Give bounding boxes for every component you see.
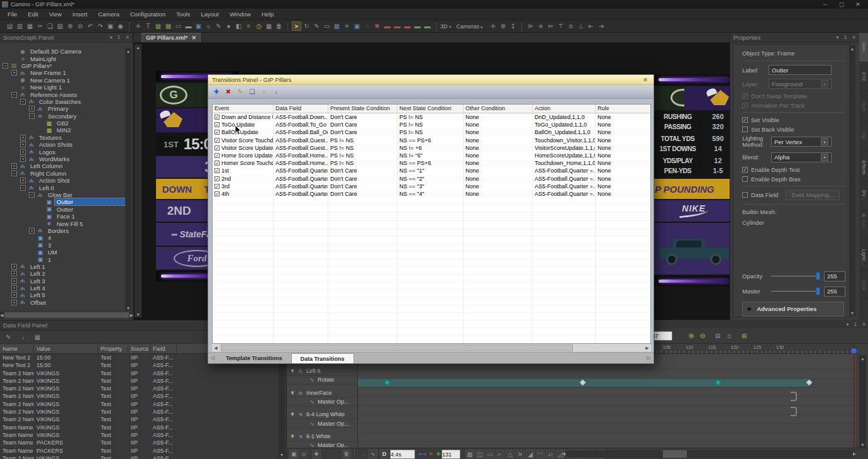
gizmo-center-icon[interactable]: ↧ — [508, 21, 518, 31]
tree-node[interactable]: + Left 2 — [0, 270, 126, 277]
table-row[interactable]: Team 2 Name VIKINGS Text IIP AS5-F... — [0, 416, 277, 423]
grid-b-icon[interactable]: ✳ — [342, 21, 352, 31]
close-icon[interactable]: ✕ — [862, 322, 866, 327]
timeline-vscrollbar[interactable]: ▲ ▼ — [859, 355, 866, 448]
table-row[interactable]: Team 2 Name VIKINGS Text IIP AS5-F... — [0, 408, 277, 416]
expander-icon[interactable]: + — [20, 178, 26, 183]
tab-close-icon[interactable]: ✕ — [191, 35, 196, 41]
dont-swap-template-checkbox[interactable]: ✓Don't Swap Template — [742, 93, 850, 99]
info-icon[interactable]: ◉ — [116, 21, 125, 31]
dialog-close-icon[interactable]: ✕ — [641, 77, 650, 83]
points-icon[interactable]: ∴ — [362, 21, 372, 31]
dialog-hscrollbar[interactable]: ◀ ▶ — [212, 344, 651, 352]
tree-node[interactable]: + Primary — [0, 105, 126, 112]
cube-icon[interactable]: ▣ — [194, 21, 203, 31]
transition-row[interactable]: ✓4th AS5-Football.Quarter Don't Care NS … — [213, 190, 650, 198]
view-mode-dropdown[interactable]: 3D ▾ — [438, 23, 454, 30]
column-header[interactable]: Rule — [596, 105, 651, 113]
tree-node[interactable]: − Right Column — [0, 170, 126, 177]
menu-item[interactable]: Camera — [98, 11, 120, 18]
label-field[interactable] — [769, 65, 832, 75]
set-visible-checkbox[interactable]: ✓Set Visible — [742, 116, 850, 123]
key-pair-icon[interactable]: ◫ — [476, 450, 484, 458]
timeline-track[interactable]: ▼ Rotate — [287, 376, 357, 385]
tab-scroll-left-icon[interactable]: ◁ — [208, 355, 217, 361]
scroll-down-icon[interactable]: ▼ — [849, 310, 855, 316]
side-tab[interactable]: XYZ — [859, 62, 868, 92]
text-tool-icon[interactable]: T — [143, 21, 153, 31]
tree-node[interactable]: Default 3D Camera — [0, 48, 126, 55]
tree-node[interactable]: + Borders — [0, 227, 126, 234]
menu-item[interactable]: Configuration — [130, 11, 166, 18]
expander-icon[interactable]: + — [11, 264, 17, 269]
layers-icon[interactable]: ≡ — [244, 21, 253, 31]
expander-icon[interactable]: + — [20, 156, 26, 162]
transition-row[interactable]: ✓1st AS5-Football.Quarter Don't Care NS … — [213, 167, 650, 174]
zoom-out-icon[interactable]: ⊖ — [75, 21, 85, 31]
tree-node[interactable]: + WordMarks — [0, 156, 126, 162]
expander-icon[interactable]: + — [11, 292, 17, 298]
tree-node[interactable]: − Glow Bar — [0, 191, 126, 198]
table-row[interactable]: Team Name... VIKINGS Text IIP AS5-F... — [0, 424, 277, 431]
minimize-button[interactable]: ─ — [821, 1, 829, 8]
lighting-method-select[interactable]: Per Vertex▾ — [771, 137, 832, 147]
table-row[interactable]: Team 2 Name VIKINGS Text IIP AS5-F... — [0, 370, 277, 377]
panel-menu-icon[interactable]: ▾ — [837, 35, 839, 40]
scrollbar-thumb[interactable] — [663, 450, 687, 458]
step-icon[interactable]: ⌐ — [496, 450, 504, 458]
row-checkbox[interactable]: ✓ — [214, 115, 220, 120]
fit-width-icon[interactable]: ⇤ — [586, 21, 596, 31]
cut-icon[interactable]: ✂ — [35, 21, 45, 31]
properties-vscrollbar[interactable]: ▲ ▼ — [849, 45, 855, 316]
cube-icon[interactable]: ▣ — [352, 21, 362, 31]
scroll-right-icon[interactable]: ▶ — [643, 346, 651, 351]
data-mapping-button[interactable]: Data Mapping... — [786, 190, 840, 200]
column-header[interactable]: Data Field — [274, 105, 328, 113]
playhead-line[interactable] — [854, 345, 855, 453]
row-checkbox[interactable]: ✓ — [214, 191, 220, 196]
add-icon[interactable]: ✚ — [211, 87, 221, 97]
panel-menu-icon[interactable]: ▾ — [110, 35, 113, 40]
film-green-icon[interactable]: ▬ — [413, 21, 422, 31]
transition-row[interactable]: ✓Visitor Score Touchdo... AS5-Football.G… — [213, 137, 650, 144]
tree-node[interactable]: New Camera 1 — [0, 77, 126, 84]
master-value-field[interactable] — [824, 286, 845, 297]
print-icon[interactable]: ▣ — [106, 21, 115, 31]
cross-icon[interactable]: ✕ — [516, 450, 525, 458]
home-icon[interactable]: ⌂ — [725, 331, 733, 340]
linear-icon[interactable]: △ — [506, 450, 515, 458]
table-icon[interactable]: ▦ — [264, 21, 274, 31]
side-tab[interactable]: Gen... — [859, 33, 868, 62]
expander-icon[interactable]: + — [11, 70, 17, 76]
film-mid-icon[interactable]: ▬ — [392, 21, 402, 31]
tree-node[interactable]: + Logos — [0, 148, 126, 155]
align-center-h-icon[interactable]: ≑ — [536, 21, 545, 31]
tree-node[interactable]: GB2 — [0, 120, 126, 127]
tree-node[interactable]: + Offset — [0, 299, 126, 306]
scroll-right-icon[interactable]: ▶ — [130, 313, 133, 318]
tree-node[interactable]: 1 — [0, 256, 126, 263]
trash-icon[interactable]: 🗑 — [274, 21, 284, 31]
move-up-icon[interactable]: ↑ — [259, 87, 269, 97]
row-checkbox[interactable]: ✓ — [214, 168, 220, 173]
document-tab[interactable]: GIP Pillars.xml* ✕ — [142, 33, 201, 42]
enable-depth-test-checkbox[interactable]: ✓Enable Depth Test — [742, 166, 850, 173]
column-header[interactable]: Next State Condition — [398, 105, 464, 113]
transition-row[interactable]: ✓BallOn Update AS5-Football.Ball_On Don'… — [213, 128, 650, 136]
expander-icon[interactable]: + — [29, 228, 35, 234]
dialog-tab[interactable]: Data Transitions — [291, 353, 354, 363]
duration-field[interactable] — [390, 450, 415, 459]
copy-icon[interactable]: ❏ — [45, 21, 55, 31]
table-row[interactable]: Team 2 Name VIKINGS Text IIP AS5-F... — [0, 392, 277, 400]
menu-item[interactable]: Tools — [176, 11, 190, 18]
orbit-icon[interactable]: ↻ — [302, 21, 311, 31]
tree-node[interactable]: + Left 3 — [0, 278, 126, 285]
timeline-track[interactable]: ▼ 6-4 Long White — [287, 411, 357, 419]
duration-mode-button[interactable]: D — [380, 450, 389, 458]
align-left-icon[interactable]: ⊫ — [526, 21, 535, 31]
tree-node[interactable]: New Fill 5 — [0, 220, 126, 227]
scroll-right-icon[interactable]: ▶ — [853, 451, 856, 456]
chevron-down-icon[interactable]: ▼ — [288, 411, 297, 417]
tree-node[interactable]: − GIP Pillars* — [0, 62, 126, 69]
scroll-up-icon[interactable]: ▲ — [849, 45, 855, 52]
